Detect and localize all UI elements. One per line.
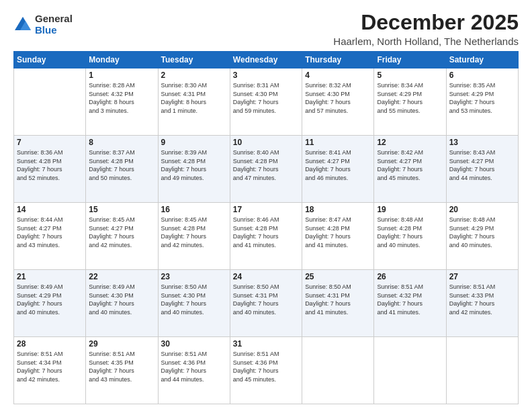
day-info: Sunrise: 8:28 AM Sunset: 4:32 PM Dayligh… bbox=[89, 81, 154, 115]
table-row: 4Sunrise: 8:32 AM Sunset: 4:30 PM Daylig… bbox=[302, 68, 374, 136]
day-info: Sunrise: 8:50 AM Sunset: 4:31 PM Dayligh… bbox=[305, 283, 371, 316]
day-number: 5 bbox=[377, 71, 443, 80]
table-row: 10Sunrise: 8:40 AM Sunset: 4:28 PM Dayli… bbox=[230, 136, 302, 203]
day-info: Sunrise: 8:43 AM Sunset: 4:27 PM Dayligh… bbox=[449, 148, 515, 182]
day-info: Sunrise: 8:36 AM Sunset: 4:28 PM Dayligh… bbox=[17, 148, 83, 182]
table-row: 28Sunrise: 8:51 AM Sunset: 4:34 PM Dayli… bbox=[14, 337, 86, 404]
table-row bbox=[374, 337, 446, 404]
table-row: 2Sunrise: 8:30 AM Sunset: 4:31 PM Daylig… bbox=[158, 68, 230, 136]
table-row: 21Sunrise: 8:49 AM Sunset: 4:29 PM Dayli… bbox=[14, 270, 86, 337]
day-info: Sunrise: 8:44 AM Sunset: 4:27 PM Dayligh… bbox=[17, 216, 83, 249]
calendar-week-row: 14Sunrise: 8:44 AM Sunset: 4:27 PM Dayli… bbox=[14, 203, 519, 270]
day-number: 25 bbox=[305, 272, 371, 281]
day-info: Sunrise: 8:51 AM Sunset: 4:34 PM Dayligh… bbox=[17, 350, 83, 383]
day-info: Sunrise: 8:32 AM Sunset: 4:30 PM Dayligh… bbox=[305, 81, 371, 115]
logo-text: General Blue bbox=[35, 13, 73, 36]
calendar-week-row: 7Sunrise: 8:36 AM Sunset: 4:28 PM Daylig… bbox=[14, 136, 519, 203]
day-info: Sunrise: 8:46 AM Sunset: 4:28 PM Dayligh… bbox=[233, 216, 299, 249]
day-number: 18 bbox=[305, 205, 371, 214]
table-row: 9Sunrise: 8:39 AM Sunset: 4:28 PM Daylig… bbox=[158, 136, 230, 203]
table-row: 7Sunrise: 8:36 AM Sunset: 4:28 PM Daylig… bbox=[14, 136, 86, 203]
day-info: Sunrise: 8:51 AM Sunset: 4:33 PM Dayligh… bbox=[449, 283, 515, 316]
table-row: 22Sunrise: 8:49 AM Sunset: 4:30 PM Dayli… bbox=[86, 270, 158, 337]
day-number: 14 bbox=[17, 205, 83, 214]
day-info: Sunrise: 8:40 AM Sunset: 4:28 PM Dayligh… bbox=[233, 148, 299, 182]
day-number: 15 bbox=[89, 205, 154, 214]
day-info: Sunrise: 8:51 AM Sunset: 4:36 PM Dayligh… bbox=[233, 350, 299, 383]
day-info: Sunrise: 8:42 AM Sunset: 4:27 PM Dayligh… bbox=[377, 148, 443, 182]
table-row: 5Sunrise: 8:34 AM Sunset: 4:29 PM Daylig… bbox=[374, 68, 446, 136]
main-title: December 2025 bbox=[333, 11, 519, 34]
day-number: 30 bbox=[161, 339, 227, 349]
calendar-week-row: 21Sunrise: 8:49 AM Sunset: 4:29 PM Dayli… bbox=[14, 270, 519, 337]
table-row: 29Sunrise: 8:51 AM Sunset: 4:35 PM Dayli… bbox=[86, 337, 158, 404]
day-number: 28 bbox=[17, 339, 83, 349]
day-info: Sunrise: 8:31 AM Sunset: 4:30 PM Dayligh… bbox=[233, 81, 299, 115]
day-info: Sunrise: 8:48 AM Sunset: 4:28 PM Dayligh… bbox=[377, 216, 443, 249]
day-info: Sunrise: 8:50 AM Sunset: 4:30 PM Dayligh… bbox=[161, 283, 227, 316]
day-number: 9 bbox=[161, 138, 227, 147]
day-number: 11 bbox=[305, 138, 371, 147]
col-wednesday: Wednesday bbox=[230, 52, 302, 68]
table-row: 16Sunrise: 8:45 AM Sunset: 4:28 PM Dayli… bbox=[158, 203, 230, 270]
logo-general: General bbox=[35, 13, 73, 25]
table-row: 31Sunrise: 8:51 AM Sunset: 4:36 PM Dayli… bbox=[230, 337, 302, 404]
table-row: 23Sunrise: 8:50 AM Sunset: 4:30 PM Dayli… bbox=[158, 270, 230, 337]
table-row: 24Sunrise: 8:50 AM Sunset: 4:31 PM Dayli… bbox=[230, 270, 302, 337]
day-number: 10 bbox=[233, 138, 299, 147]
title-section: December 2025 Haarlem, North Holland, Th… bbox=[333, 11, 519, 47]
day-info: Sunrise: 8:51 AM Sunset: 4:36 PM Dayligh… bbox=[161, 350, 227, 383]
day-number: 19 bbox=[377, 205, 443, 214]
day-number: 2 bbox=[161, 71, 227, 80]
day-info: Sunrise: 8:45 AM Sunset: 4:27 PM Dayligh… bbox=[89, 216, 154, 249]
day-info: Sunrise: 8:49 AM Sunset: 4:30 PM Dayligh… bbox=[89, 283, 154, 316]
logo-icon bbox=[13, 15, 32, 34]
table-row: 25Sunrise: 8:50 AM Sunset: 4:31 PM Dayli… bbox=[302, 270, 374, 337]
day-info: Sunrise: 8:48 AM Sunset: 4:29 PM Dayligh… bbox=[449, 216, 515, 249]
day-info: Sunrise: 8:51 AM Sunset: 4:32 PM Dayligh… bbox=[377, 283, 443, 316]
day-number: 6 bbox=[449, 71, 515, 80]
logo-blue: Blue bbox=[35, 25, 73, 36]
table-row: 14Sunrise: 8:44 AM Sunset: 4:27 PM Dayli… bbox=[14, 203, 86, 270]
day-info: Sunrise: 8:47 AM Sunset: 4:28 PM Dayligh… bbox=[305, 216, 371, 249]
col-friday: Friday bbox=[374, 52, 446, 68]
day-number: 27 bbox=[449, 272, 515, 281]
header: General Blue December 2025 Haarlem, Nort… bbox=[13, 11, 519, 47]
day-info: Sunrise: 8:51 AM Sunset: 4:35 PM Dayligh… bbox=[89, 350, 154, 383]
table-row: 8Sunrise: 8:37 AM Sunset: 4:28 PM Daylig… bbox=[86, 136, 158, 203]
table-row: 26Sunrise: 8:51 AM Sunset: 4:32 PM Dayli… bbox=[374, 270, 446, 337]
day-number: 4 bbox=[305, 71, 371, 80]
day-number: 26 bbox=[377, 272, 443, 281]
col-sunday: Sunday bbox=[14, 52, 86, 68]
col-saturday: Saturday bbox=[446, 52, 518, 68]
day-number: 23 bbox=[161, 272, 227, 281]
table-row: 20Sunrise: 8:48 AM Sunset: 4:29 PM Dayli… bbox=[446, 203, 518, 270]
day-number: 1 bbox=[89, 71, 154, 80]
day-info: Sunrise: 8:35 AM Sunset: 4:29 PM Dayligh… bbox=[449, 81, 515, 115]
subtitle: Haarlem, North Holland, The Netherlands bbox=[333, 36, 519, 47]
table-row bbox=[14, 68, 86, 136]
table-row: 1Sunrise: 8:28 AM Sunset: 4:32 PM Daylig… bbox=[86, 68, 158, 136]
col-tuesday: Tuesday bbox=[158, 52, 230, 68]
day-number: 7 bbox=[17, 138, 83, 147]
day-number: 24 bbox=[233, 272, 299, 281]
day-info: Sunrise: 8:41 AM Sunset: 4:27 PM Dayligh… bbox=[305, 148, 371, 182]
day-info: Sunrise: 8:45 AM Sunset: 4:28 PM Dayligh… bbox=[161, 216, 227, 249]
table-row: 6Sunrise: 8:35 AM Sunset: 4:29 PM Daylig… bbox=[446, 68, 518, 136]
col-monday: Monday bbox=[86, 52, 158, 68]
day-number: 17 bbox=[233, 205, 299, 214]
logo: General Blue bbox=[13, 13, 73, 36]
table-row bbox=[302, 337, 374, 404]
day-info: Sunrise: 8:34 AM Sunset: 4:29 PM Dayligh… bbox=[377, 81, 443, 115]
day-number: 20 bbox=[449, 205, 515, 214]
day-number: 31 bbox=[233, 339, 299, 349]
day-number: 13 bbox=[449, 138, 515, 147]
day-number: 3 bbox=[233, 71, 299, 80]
day-number: 29 bbox=[89, 339, 154, 349]
day-info: Sunrise: 8:50 AM Sunset: 4:31 PM Dayligh… bbox=[233, 283, 299, 316]
table-row: 18Sunrise: 8:47 AM Sunset: 4:28 PM Dayli… bbox=[302, 203, 374, 270]
table-row: 13Sunrise: 8:43 AM Sunset: 4:27 PM Dayli… bbox=[446, 136, 518, 203]
calendar-week-row: 28Sunrise: 8:51 AM Sunset: 4:34 PM Dayli… bbox=[14, 337, 519, 404]
day-info: Sunrise: 8:30 AM Sunset: 4:31 PM Dayligh… bbox=[161, 81, 227, 115]
col-thursday: Thursday bbox=[302, 52, 374, 68]
